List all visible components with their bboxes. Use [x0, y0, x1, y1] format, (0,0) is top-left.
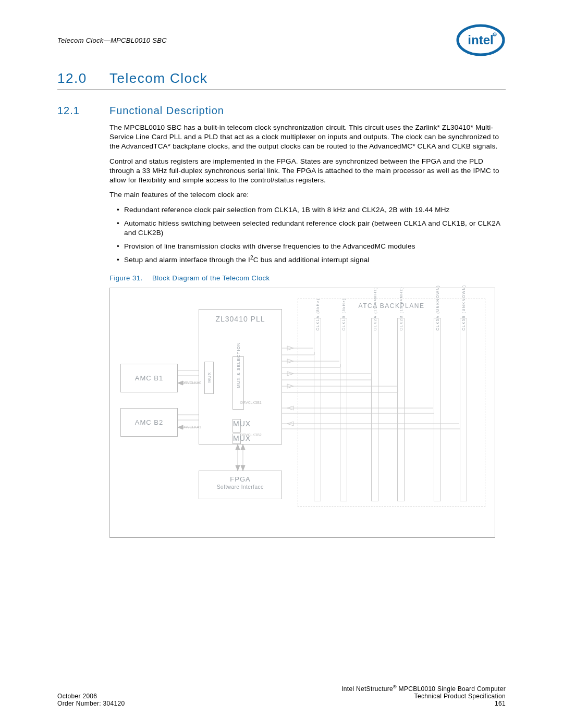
- section-number: 12.0: [57, 70, 109, 87]
- subsection-number: 12.1: [57, 105, 109, 117]
- svg-marker-6: [236, 465, 240, 471]
- figure-number: Figure 31.: [109, 274, 152, 283]
- clk-bar: CLK1A (8kHz): [316, 325, 320, 331]
- atca-backplane-block: ATCA BACKPLANE CLK1A (8kHz) CLK1B (8kHz)…: [298, 299, 485, 507]
- svg-marker-29: [287, 384, 293, 388]
- footer-page-number: 161: [495, 700, 506, 707]
- signal-label: DRVCLK3B2: [240, 433, 262, 437]
- feature-list: Redundant reference clock pair selection…: [109, 205, 506, 265]
- subsection-heading: 12.1Functional Description: [57, 105, 506, 117]
- signal-label: DRVCLK3B1: [240, 401, 262, 404]
- svg-marker-30: [287, 406, 293, 410]
- svg-marker-5: [236, 445, 240, 450]
- footer-doc-type: Technical Product Specification: [414, 693, 506, 700]
- pll-label: ZL30410 PLL: [215, 315, 265, 323]
- svg-marker-8: [241, 445, 245, 450]
- clk-bar: CLK3B (UNKNOWN): [462, 325, 466, 331]
- list-item: Redundant reference clock pair selection…: [117, 205, 506, 215]
- clk-bar: CLK2B (19.44MHz): [399, 325, 403, 331]
- clk-bar: CLK1B (8kHz): [342, 325, 346, 331]
- paragraph: The main features of the telecom clock a…: [109, 190, 506, 200]
- fpga-block: FPGA Software Interface: [199, 471, 282, 499]
- paragraph: The MPCBL0010 SBC has a built-in telecom…: [109, 123, 506, 152]
- atca-title: ATCA BACKPLANE: [359, 302, 425, 310]
- paragraph: Control and status registers are impleme…: [109, 157, 506, 186]
- pll-block: ZL30410 PLL MUX MUX & SELECTION MUX MUX: [199, 309, 282, 445]
- amc-b1-block: AMC B1: [120, 364, 178, 392]
- svg-marker-27: [287, 359, 293, 363]
- svg-marker-26: [287, 346, 293, 350]
- amc-b2-block: AMC B2: [120, 408, 178, 437]
- list-item: Automatic hitless switching between sele…: [117, 219, 506, 238]
- intel-logo-icon: intel R: [456, 23, 506, 57]
- footer-date: October 2006: [57, 693, 97, 700]
- footer-product: Intel NetStructure® MPCBL0010 Single Boa…: [341, 685, 506, 693]
- footer-order-number: Order Number: 304120: [57, 700, 125, 707]
- subsection-title: Functional Description: [109, 105, 224, 116]
- signal-label: DRVCLKA0: [182, 381, 201, 385]
- fpga-label: FPGA: [230, 475, 250, 483]
- list-item: Provision of line transmission clocks wi…: [117, 242, 506, 251]
- pll-sel-label: MUX & SELECTION: [236, 378, 241, 388]
- clk-bar: CLK2A (19.44MHz): [373, 325, 377, 331]
- svg-marker-28: [287, 372, 293, 376]
- page-footer: Intel NetStructure® MPCBL0010 Single Boa…: [57, 685, 506, 707]
- clk-bar: CLK3A (UNKNOWN): [436, 325, 439, 331]
- running-head: Telecom Clock—MPCBL0010 SBC: [57, 36, 167, 44]
- figure-title: Block Diagram of the Telecom Clock: [152, 274, 270, 282]
- svg-text:intel: intel: [468, 33, 493, 47]
- svg-marker-9: [241, 465, 245, 471]
- pll-mux-label: MUX: [207, 375, 212, 383]
- signal-label: DRVCLKA1: [182, 425, 201, 429]
- block-diagram: ZL30410 PLL MUX MUX & SELECTION MUX MUX …: [109, 288, 495, 538]
- svg-marker-31: [287, 422, 293, 426]
- mux-label: MUX: [233, 419, 251, 428]
- section-title: Telecom Clock: [109, 70, 208, 86]
- figure-caption: Figure 31.Block Diagram of the Telecom C…: [109, 274, 506, 283]
- section-heading: 12.0Telecom Clock: [57, 70, 506, 90]
- list-item: Setup and alarm interface through the I2…: [117, 255, 506, 265]
- fpga-sub-label: Software Interface: [199, 484, 282, 490]
